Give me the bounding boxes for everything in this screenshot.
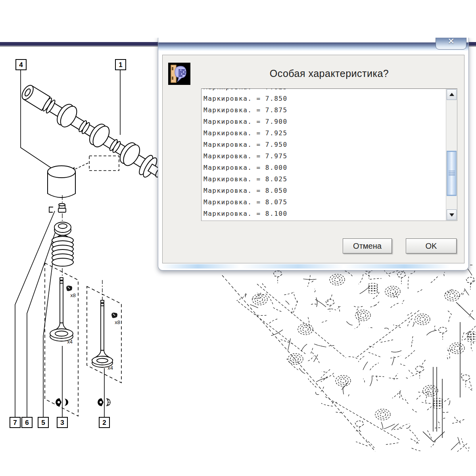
valve-keeper-drawing	[49, 203, 66, 212]
engine-block-line-drawing	[210, 257, 476, 456]
ok-button[interactable]: OK	[406, 238, 457, 253]
qty-label-x4-1: x4	[67, 339, 73, 345]
clip-icon	[111, 313, 117, 318]
list-item[interactable]: Маркировка. = 7.900	[202, 116, 446, 127]
scroll-down-icon	[449, 213, 454, 217]
list-item[interactable]: Маркировка. = 8.075	[202, 196, 446, 208]
valve-seal-drawing	[54, 222, 71, 235]
scroll-down-button[interactable]	[447, 209, 457, 220]
scroll-up-button[interactable]	[447, 89, 457, 100]
camshaft-drawing	[18, 80, 167, 184]
qty-label-x8-2: x8	[115, 319, 120, 325]
callout-label: 7	[13, 419, 17, 426]
list-item[interactable]: Маркировка. = 7.950	[202, 139, 446, 150]
marking-listbox: Маркировка. = 7.825 Маркировка. = 7.850 …	[201, 88, 457, 221]
leader-line-4	[21, 70, 54, 170]
dialog-panel: Особая характеристика? Маркировка. = 7.8…	[162, 55, 464, 263]
close-icon: ✕	[436, 36, 466, 46]
scroll-grip-icon	[449, 171, 455, 176]
valve-spring-drawing	[52, 235, 73, 266]
list-item[interactable]: Маркировка. = 7.850	[202, 93, 446, 104]
list-item[interactable]: Маркировка. = 8.025	[202, 173, 446, 185]
screenshot-top-crop	[0, 0, 476, 38]
window-frame-glass-tint	[161, 264, 465, 269]
reference-arrow-line	[74, 163, 88, 170]
clip-icon	[66, 286, 72, 291]
list-item[interactable]: Маркировка. = 8.050	[202, 185, 446, 196]
tappet-drawing	[48, 166, 75, 198]
dialog-window: ✕ Особая характеристика? Маркировк	[158, 37, 469, 271]
valve-train-diagram: x8 x4 x8 x4 4	[0, 52, 167, 436]
listbox-rows: Маркировка. = 7.825 Маркировка. = 7.850 …	[202, 89, 446, 221]
reference-dashed-box	[89, 156, 119, 171]
list-item[interactable]: Маркировка. = 8.100	[202, 208, 446, 219]
qty-label-x4-2: x4	[107, 365, 113, 371]
dialog-titlebar-gradient	[158, 42, 468, 51]
keeper-section-icon	[98, 398, 110, 406]
list-item[interactable]: Маркировка. = 7.825	[202, 89, 446, 93]
list-item[interactable]: Маркировка. = 7.975	[202, 150, 446, 162]
list-item[interactable]: Маркировка. = 7.875	[202, 104, 446, 116]
callout-label: 2	[102, 419, 106, 426]
leader-line-7	[15, 211, 55, 417]
dialog-document-icon	[168, 63, 190, 85]
scroll-thumb[interactable]	[447, 151, 457, 196]
callout-label: 6	[25, 419, 29, 426]
valve-2-drawing	[92, 280, 113, 367]
page: x8 x4 x8 x4 4	[0, 0, 476, 476]
qty-label-x8-1: x8	[70, 292, 76, 298]
scroll-up-icon	[449, 93, 454, 96]
callout-label: 4	[19, 61, 23, 69]
cancel-button[interactable]: Отмена	[343, 238, 392, 253]
list-item[interactable]: Маркировка. = 7.925	[202, 127, 446, 139]
list-scrollbar[interactable]	[446, 89, 457, 221]
list-item[interactable]: Маркировка. = 8.000	[202, 162, 446, 173]
keeper-section-icon	[56, 398, 68, 406]
dialog-title: Особая характеристика?	[210, 68, 448, 79]
callout-label: 5	[41, 419, 45, 426]
callout-label: 1	[119, 61, 122, 69]
callout-label: 3	[60, 419, 64, 426]
